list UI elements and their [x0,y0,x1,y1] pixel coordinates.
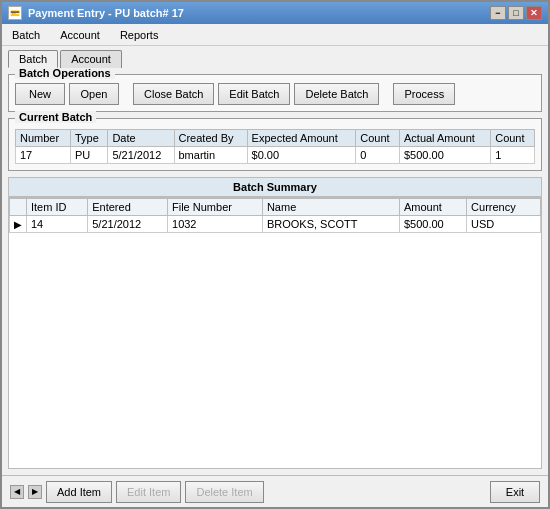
batch-operations-label: Batch Operations [15,68,115,79]
col-entered: Entered [88,199,168,216]
tab-account[interactable]: Account [60,50,122,68]
row-item-id: 14 [27,216,88,233]
row-name: BROOKS, SCOTT [262,216,399,233]
col-amount: Amount [399,199,466,216]
add-item-button[interactable]: Add Item [46,481,112,503]
col-actual-amount: Actual Amount [399,130,490,147]
col-created-by: Created By [174,130,247,147]
main-content: Batch Operations New Open Close Batch Ed… [2,68,548,475]
delete-item-button[interactable]: Delete Item [185,481,263,503]
bottom-bar: ◀ ▶ Add Item Edit Item Delete Item Exit [2,475,548,507]
menu-bar: Batch Account Reports [2,24,548,46]
tab-batch[interactable]: Batch [8,50,58,68]
summary-row[interactable]: ▶ 14 5/21/2012 1032 BROOKS, SCOTT $500.0… [10,216,541,233]
col-number: Number [16,130,71,147]
col-type: Type [70,130,107,147]
title-bar: 💳 Payment Entry - PU batch# 17 − □ ✕ [2,2,548,24]
col-arrow [10,199,27,216]
batch-type: PU [70,147,107,164]
row-amount: $500.00 [399,216,466,233]
col-date: Date [108,130,174,147]
open-button[interactable]: Open [69,83,119,105]
new-button[interactable]: New [15,83,65,105]
row-indicator: ▶ [10,216,27,233]
current-batch-row: 17 PU 5/21/2012 bmartin $0.00 0 $500.00 … [16,147,535,164]
menu-reports[interactable]: Reports [114,27,165,43]
edit-batch-button[interactable]: Edit Batch [218,83,290,105]
menu-batch[interactable]: Batch [6,27,46,43]
row-currency: USD [467,216,541,233]
batch-summary-area: Batch Summary Item ID Entered File Numbe… [8,177,542,469]
col-count: Count [356,130,400,147]
batch-expected-amount: $0.00 [247,147,356,164]
col-actual-count: Count [491,130,535,147]
row-file-number: 1032 [168,216,263,233]
col-expected-amount: Expected Amount [247,130,356,147]
batch-count: 0 [356,147,400,164]
menu-account[interactable]: Account [54,27,106,43]
tabs-bar: Batch Account [2,46,548,68]
scroll-right-button[interactable]: ▶ [28,485,42,499]
row-entered: 5/21/2012 [88,216,168,233]
batch-summary-table: Item ID Entered File Number Name Amount … [9,198,541,233]
current-batch-label: Current Batch [15,111,96,123]
col-file-number: File Number [168,199,263,216]
process-button[interactable]: Process [393,83,455,105]
main-window: 💳 Payment Entry - PU batch# 17 − □ ✕ Bat… [0,0,550,509]
title-buttons: − □ ✕ [490,6,542,20]
current-batch-group: Current Batch Number Type Date Created B… [8,118,542,171]
delete-batch-button[interactable]: Delete Batch [294,83,379,105]
close-button[interactable]: ✕ [526,6,542,20]
maximize-button[interactable]: □ [508,6,524,20]
close-batch-button[interactable]: Close Batch [133,83,214,105]
batch-summary-scrollable[interactable]: Item ID Entered File Number Name Amount … [8,197,542,469]
batch-created-by: bmartin [174,147,247,164]
batch-operations-group: Batch Operations New Open Close Batch Ed… [8,74,542,112]
batch-operations-buttons: New Open Close Batch Edit Batch Delete B… [15,83,535,105]
bottom-left-buttons: ◀ ▶ Add Item Edit Item Delete Item [10,481,264,503]
minimize-button[interactable]: − [490,6,506,20]
col-item-id: Item ID [27,199,88,216]
batch-number: 17 [16,147,71,164]
batch-actual-count: 1 [491,147,535,164]
window-icon: 💳 [8,6,22,20]
batch-summary-title: Batch Summary [8,177,542,197]
batch-actual-amount: $500.00 [399,147,490,164]
current-batch-table: Number Type Date Created By Expected Amo… [15,129,535,164]
exit-button[interactable]: Exit [490,481,540,503]
edit-item-button[interactable]: Edit Item [116,481,181,503]
col-name: Name [262,199,399,216]
scroll-left-button[interactable]: ◀ [10,485,24,499]
batch-date: 5/21/2012 [108,147,174,164]
window-title: Payment Entry - PU batch# 17 [28,7,184,19]
col-currency: Currency [467,199,541,216]
